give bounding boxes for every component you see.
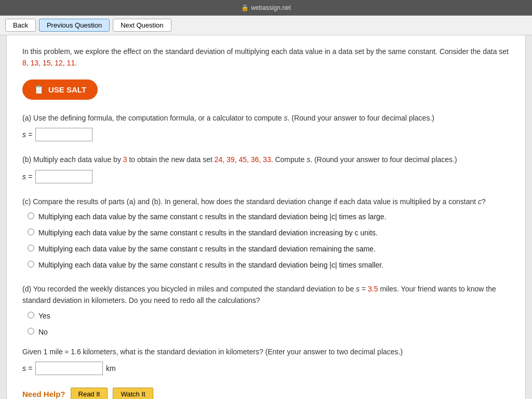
- lock-icon: 🔒: [241, 4, 249, 11]
- part-d-text3: Given 1 mile ≈ 1.6 kilometers, what is t…: [22, 346, 510, 357]
- intro-paragraph: In this problem, we explore the effect o…: [22, 46, 510, 69]
- part-c-radio-2[interactable]: [28, 229, 34, 235]
- part-a-text: (a) Use the defining formula, the comput…: [22, 112, 510, 124]
- part-c-option-3[interactable]: Multiplying each data value by the same …: [28, 244, 510, 255]
- part-b-section: (b) Multiply each data value by 3 to obt…: [22, 154, 510, 183]
- next-question-button[interactable]: Next Question: [113, 19, 171, 32]
- part-d-radio-no[interactable]: [28, 328, 34, 335]
- read-it-button[interactable]: Read It: [71, 388, 108, 399]
- part-b-input-label: s =: [22, 172, 32, 181]
- part-a-section: (a) Use the defining formula, the comput…: [22, 112, 510, 141]
- part-c-radio-4[interactable]: [28, 261, 34, 268]
- part-a-input-label: s =: [22, 130, 32, 139]
- part-d-equals: =: [360, 285, 368, 293]
- part-c-text: (c) Compare the results of parts (a) and…: [22, 196, 510, 207]
- part-d-radio-group: Yes No: [28, 311, 510, 338]
- part-b-dataset: 24, 39, 45, 36, 33: [215, 155, 271, 164]
- part-c-section: (c) Compare the results of parts (a) and…: [22, 196, 510, 271]
- salt-label: USE SALT: [48, 85, 86, 94]
- part-d-section: (d) You recorded the weekly distances yo…: [22, 283, 510, 375]
- part-c-label: (c): [22, 197, 31, 206]
- back-button[interactable]: Back: [5, 19, 36, 32]
- part-c-option-4[interactable]: Multiplying each data value by the same …: [28, 260, 510, 271]
- part-d-label: (d): [22, 285, 31, 293]
- part-c-option-2[interactable]: Multiplying each data value by the same …: [28, 228, 510, 238]
- part-c-text2: ?: [482, 197, 486, 206]
- part-a-input-row: s =: [22, 128, 510, 141]
- part-d-input-label: s =: [22, 364, 32, 373]
- part-d-value: 3.5: [368, 285, 378, 293]
- part-a-text1: Use the defining formula, the computatio…: [33, 114, 284, 122]
- part-d-no-label: No: [38, 327, 48, 338]
- salt-icon: 📋: [34, 85, 44, 95]
- browser-topbar: 🔒 webassign.net: [0, 0, 532, 16]
- part-b-answer-input[interactable]: [35, 170, 92, 183]
- main-content: In this problem, we explore the effect o…: [6, 35, 526, 399]
- part-d-text1: (d) You recorded the weekly distances yo…: [22, 283, 510, 307]
- part-c-radio-group: Multiplying each data value by the same …: [28, 211, 510, 271]
- part-b-text2: to obtain the new data set: [127, 155, 215, 164]
- part-d-radio-yes[interactable]: [28, 312, 34, 318]
- part-d-answer-input[interactable]: [35, 362, 103, 375]
- intro-text2: .: [75, 59, 77, 67]
- part-b-input-row: s =: [22, 170, 510, 183]
- part-b-text3: . Compute: [271, 155, 307, 164]
- km-unit-label: km: [106, 364, 116, 373]
- part-b-label: (b): [22, 155, 31, 164]
- part-c-radio-1[interactable]: [28, 212, 34, 219]
- part-d-input-row: s = km: [22, 362, 510, 375]
- part-d-option-no[interactable]: No: [28, 327, 510, 338]
- need-help-label: Need Help?: [22, 390, 65, 398]
- part-c-option-3-text: Multiplying each data value by the same …: [38, 244, 376, 255]
- part-d-text1a: You recorded the weekly distances you bi…: [33, 285, 356, 293]
- need-help-row: Need Help? Read It Watch It: [22, 388, 510, 399]
- part-c-option-2-text: Multiplying each data value by the same …: [38, 228, 378, 238]
- part-a-var: s: [284, 114, 288, 122]
- part-d-option-yes[interactable]: Yes: [28, 311, 510, 322]
- part-b-multiplier: 3: [123, 155, 127, 164]
- part-b-text: (b) Multiply each data value by 3 to obt…: [22, 154, 510, 165]
- part-c-option-1-text: Multiplying each data value by the same …: [38, 211, 387, 222]
- watch-it-button[interactable]: Watch It: [113, 388, 153, 399]
- intro-text1: In this problem, we explore the effect o…: [22, 47, 509, 56]
- part-c-option-1[interactable]: Multiplying each data value by the same …: [28, 211, 510, 222]
- prev-question-button[interactable]: Previous Question: [39, 19, 110, 32]
- nav-bar: Back Previous Question Next Question: [0, 16, 532, 35]
- dataset-values: 8, 13, 15, 12, 11: [22, 59, 75, 67]
- part-a-text2: . (Round your answer to four decimal pla…: [288, 114, 434, 122]
- part-b-text4: . (Round your answer to four decimal pla…: [310, 155, 457, 164]
- use-salt-button[interactable]: 📋 USE SALT: [22, 79, 98, 100]
- part-c-option-4-text: Multiplying each data value by the same …: [38, 260, 383, 271]
- part-b-text1: Multiply each data value by: [33, 155, 123, 164]
- part-d-yes-label: Yes: [38, 311, 50, 322]
- part-a-answer-input[interactable]: [35, 128, 92, 141]
- part-c-var: c: [478, 197, 482, 206]
- url-display: webassign.net: [251, 4, 291, 11]
- part-a-label: (a): [22, 114, 31, 122]
- part-c-radio-3[interactable]: [28, 245, 34, 251]
- part-c-text1: Compare the results of parts (a) and (b)…: [33, 197, 478, 206]
